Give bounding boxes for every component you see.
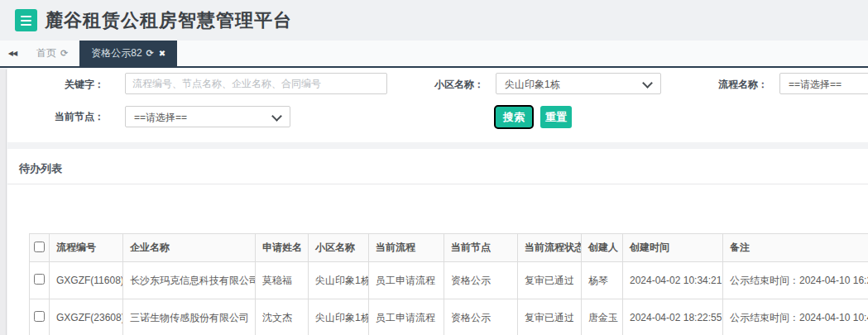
row-checkbox[interactable] bbox=[34, 274, 45, 285]
row-checkbox[interactable] bbox=[34, 311, 45, 322]
cell-create-time: 2024-04-02 18:22:55 bbox=[623, 299, 723, 335]
cell-community: 尖山印象1栋 bbox=[309, 262, 369, 299]
cell-creator: 唐金玉 bbox=[582, 299, 623, 335]
todo-panel-body: 流程编号 企业名称 申请姓名 小区名称 当前流程 当前节点 当前流程状态 创建人… bbox=[7, 184, 868, 335]
column-header-remark: 备注 bbox=[723, 234, 868, 262]
tab-home[interactable]: 首页 ⟳ bbox=[25, 41, 79, 66]
double-chevron-left-icon: ◀◀ bbox=[8, 50, 17, 57]
row-checkbox-cell bbox=[30, 262, 50, 299]
select-all-cell bbox=[30, 234, 50, 262]
cell-enterprise: 三诺生物传感股份有限公司 bbox=[123, 299, 256, 335]
current-node-label: 当前节点： bbox=[7, 111, 104, 122]
app-title: 麓谷租赁公租房智慧管理平台 bbox=[45, 8, 292, 33]
panel-gap bbox=[7, 142, 868, 149]
filter-panel: 关键字： 小区名称： 尖山印象1栋 流程名称： ==请选择== 当前节点： ==… bbox=[7, 68, 868, 142]
community-select[interactable]: 尖山印象1栋 bbox=[496, 73, 661, 94]
community-select-value: 尖山印象1栋 bbox=[505, 79, 560, 90]
tab-bar: ◀◀ 首页 ⟳ 资格公示82 ⟳ ✖ bbox=[0, 41, 868, 68]
todo-table: 流程编号 企业名称 申请姓名 小区名称 当前流程 当前节点 当前流程状态 创建人… bbox=[29, 233, 868, 335]
collapse-tabs-button[interactable]: ◀◀ bbox=[0, 41, 25, 66]
reset-button[interactable]: 重置 bbox=[540, 106, 572, 128]
column-header-community: 小区名称 bbox=[309, 234, 369, 262]
column-header-current-node: 当前节点 bbox=[444, 234, 518, 262]
keyword-input[interactable] bbox=[125, 73, 387, 94]
search-button[interactable]: 搜索 bbox=[494, 105, 534, 129]
table-header-row: 流程编号 企业名称 申请姓名 小区名称 当前流程 当前节点 当前流程状态 创建人… bbox=[30, 234, 868, 262]
hamburger-bar bbox=[21, 24, 31, 26]
process-name-select[interactable]: ==请选择== bbox=[779, 73, 868, 94]
cell-current-node: 资格公示 bbox=[444, 299, 518, 335]
cell-process-no: GXGZF(11608) bbox=[50, 262, 123, 299]
tab-qualification-publicity[interactable]: 资格公示82 ⟳ ✖ bbox=[79, 41, 177, 66]
current-node-select[interactable]: ==请选择== bbox=[125, 106, 290, 127]
column-header-process-no: 流程编号 bbox=[50, 234, 123, 262]
current-node-select-value: ==请选择== bbox=[134, 112, 187, 123]
column-header-enterprise: 企业名称 bbox=[123, 234, 256, 262]
community-label: 小区名称： bbox=[434, 79, 484, 90]
hamburger-bar bbox=[21, 20, 31, 22]
collapsed-sidebar[interactable] bbox=[0, 69, 7, 335]
cell-process-status: 复审已通过 bbox=[518, 262, 582, 299]
refresh-icon[interactable]: ⟳ bbox=[60, 48, 68, 59]
todo-panel: 待办列表 流程编号 企业名称 申请姓名 bbox=[7, 149, 868, 335]
cell-applicant: 沈文杰 bbox=[256, 299, 309, 335]
column-header-creator: 创建人 bbox=[582, 234, 623, 262]
column-header-process-status: 当前流程状态 bbox=[518, 234, 582, 262]
cell-current-node: 资格公示 bbox=[444, 262, 518, 299]
tab-label: 资格公示82 bbox=[91, 46, 141, 60]
cell-remark: 公示结束时间：2024-04-10 10:43:26 bbox=[723, 299, 868, 335]
cell-current-process: 员工申请流程 bbox=[369, 299, 444, 335]
select-all-checkbox[interactable] bbox=[34, 242, 45, 252]
row-checkbox-cell bbox=[30, 299, 50, 335]
hamburger-bar bbox=[21, 16, 31, 17]
cell-creator: 杨琴 bbox=[582, 262, 623, 299]
cell-current-process: 员工申请流程 bbox=[369, 262, 444, 299]
process-name-label: 流程名称： bbox=[718, 79, 768, 90]
screen: 麓谷租赁公租房智慧管理平台 ◀◀ 首页 ⟳ 资格公示82 ⟳ ✖ 关键字： 小区… bbox=[0, 0, 868, 335]
tab-label: 首页 bbox=[36, 46, 56, 60]
process-name-select-value: ==请选择== bbox=[789, 79, 842, 90]
column-header-current-process: 当前流程 bbox=[369, 234, 444, 262]
hamburger-menu-icon[interactable] bbox=[15, 9, 37, 31]
cell-enterprise: 长沙东玛克信息科技有限公司 bbox=[123, 262, 256, 299]
refresh-icon[interactable]: ⟳ bbox=[146, 48, 154, 59]
table-row: GXGZF(23608) 三诺生物传感股份有限公司 沈文杰 尖山印象1栋 员工申… bbox=[30, 299, 868, 335]
cell-create-time: 2024-04-02 10:34:21 bbox=[623, 262, 723, 299]
section-title: 待办列表 bbox=[7, 149, 868, 184]
cell-process-status: 复审已通过 bbox=[518, 299, 582, 335]
keyword-label: 关键字： bbox=[7, 79, 104, 90]
cell-remark: 公示结束时间：2024-04-10 16:28:12 bbox=[723, 262, 868, 299]
cell-process-no: GXGZF(23608) bbox=[50, 299, 123, 335]
table-row: GXGZF(11608) 长沙东玛克信息科技有限公司 莫稳福 尖山印象1栋 员工… bbox=[30, 262, 868, 299]
cell-community: 尖山印象1栋 bbox=[309, 299, 369, 335]
main-content: 关键字： 小区名称： 尖山印象1栋 流程名称： ==请选择== 当前节点： ==… bbox=[7, 68, 868, 335]
app-header: 麓谷租赁公租房智慧管理平台 bbox=[0, 0, 868, 41]
cell-applicant: 莫稳福 bbox=[256, 262, 309, 299]
column-header-applicant: 申请姓名 bbox=[256, 234, 309, 262]
column-header-create-time: 创建时间 bbox=[623, 234, 723, 262]
close-icon[interactable]: ✖ bbox=[159, 49, 165, 58]
